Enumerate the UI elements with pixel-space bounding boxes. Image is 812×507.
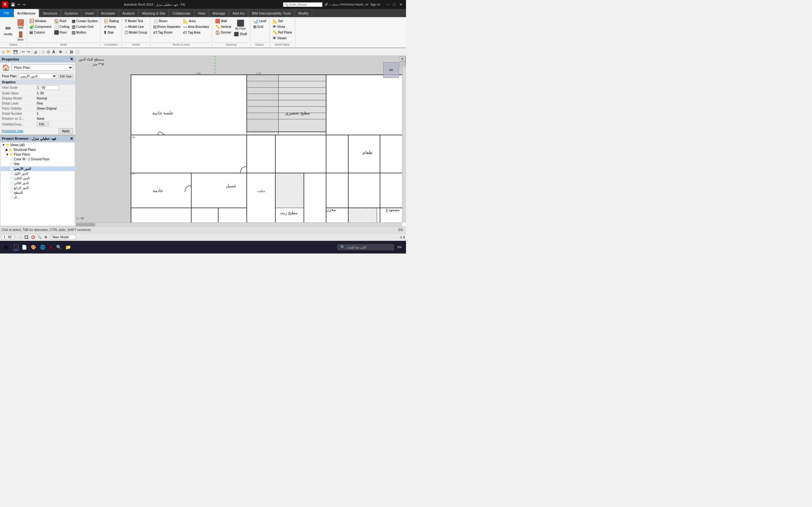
stair-button[interactable]: ⬆Stair [102,30,120,35]
maximize-viewport-btn[interactable]: □ [400,62,405,67]
search-box-area[interactable]: 🔍 [283,2,322,7]
apply-btn[interactable]: Apply [58,128,73,134]
level-button[interactable]: 📊Level [252,18,267,24]
search-input[interactable] [289,3,321,6]
maximize-btn[interactable]: □ [391,2,397,7]
view-btn-1[interactable]: ⬜ [17,235,22,239]
project-browser-close[interactable]: ✕ [70,136,73,141]
tab-systems[interactable]: Systems [61,9,81,17]
graphics-section-header[interactable]: Graphics [0,80,75,84]
tb-view-controls[interactable]: ⬜ [74,49,81,55]
floor-plan-selector[interactable]: الدور الأرضي [18,73,57,79]
tab-annotate[interactable]: Annotate [98,9,119,17]
tab-manage[interactable]: Manage [209,9,229,17]
room-button[interactable]: ⬜Room [152,18,182,24]
properties-close[interactable]: ✕ [70,57,73,61]
taskbar-chrome[interactable]: 🔍 [55,244,63,250]
column-button[interactable]: 🏛Column [28,30,52,35]
tab-addins[interactable]: Add-Ins [229,9,248,17]
tb-measure[interactable]: ◌ [41,49,46,55]
taskbar-revit[interactable]: R [13,244,19,250]
nav-cube[interactable]: 2D [383,62,399,78]
tb-circle[interactable]: ◎ [46,49,51,55]
tree-item-colorfill[interactable]: 📄Color fill - 1 Ground Floor [1,157,74,162]
tree-item-floor4[interactable]: 📄الدور الرابع [1,185,74,190]
vertical-button[interactable]: 📏Vertical [214,24,232,30]
model-text-button[interactable]: TModel Text [124,18,148,24]
quickaccess-toolbar[interactable]: 💾 ↩ ↪ [10,2,26,7]
room-separator-button[interactable]: ⊟Room Separator [152,24,182,30]
tb-open[interactable]: 📂 [6,49,12,55]
tab-analyze[interactable]: Analyze [119,9,138,17]
model-selector[interactable]: Main Model [51,235,76,239]
view-btn-4[interactable]: 🔍 [37,235,43,239]
area-boundary-button[interactable]: —Area Boundary [182,24,210,30]
tb-text[interactable]: A [51,49,56,55]
tab-insert[interactable]: Insert [82,9,97,17]
ref-plane-button[interactable]: 📏Ref Plane [271,30,293,35]
edit-type-btn[interactable]: Edit Type [58,74,73,78]
window-button[interactable]: 🪟Window [28,18,52,24]
viewport-controls[interactable]: ✕ □ [400,56,405,67]
grid-button[interactable]: ⊞Grid [252,24,267,30]
mullion-button[interactable]: ▨Mullion [71,30,99,35]
sign-in-btn[interactable]: Sign In [370,3,380,6]
tb-print[interactable]: 🖨 [33,49,38,55]
taskbar-browser[interactable]: 🌐 [39,244,47,250]
tab-collaborate[interactable]: Collaborate [169,9,194,17]
minimize-btn[interactable]: ─ [385,2,391,7]
tag-area-button[interactable]: 🏷Tag Area [182,30,210,35]
tree-item-roof[interactable]: 📄السطح [1,190,74,195]
tree-item-structural[interactable]: ▶📁Structural Plans [1,147,74,152]
visibility-edit-btn[interactable]: Edit... [37,122,49,126]
view-btn-2[interactable]: 🔲 [23,235,29,239]
taskbar-paint[interactable]: 🎨 [30,244,38,250]
close-viewport-btn[interactable]: ✕ [400,56,405,61]
curtain-grid-button[interactable]: ▥Curtain Grid [71,24,99,30]
close-btn[interactable]: ✕ [397,2,404,7]
scale-display[interactable]: 1 : 50 [1,235,14,239]
tb-grid[interactable]: ⊞ [58,49,63,55]
tag-room-button[interactable]: 🏷Tag Room [152,30,182,35]
by-face-button[interactable]: ⬛ By Face [233,18,248,31]
tb-redo[interactable]: ↪ [26,49,31,55]
view-scale-input[interactable] [37,85,59,90]
set-button[interactable]: 📐Set [271,18,293,24]
tree-item-floor2[interactable]: 📄الدور الثاني [1,181,74,185]
tree-item-other[interactable]: 📄الـ... [1,195,74,200]
taskbar-search[interactable]: 🔍 اكتب هنا للبحث [337,244,394,250]
tab-architecture[interactable]: Architecture [14,9,39,17]
tree-item-floor3[interactable]: 📄الدور الثالث [1,176,74,181]
redo-btn[interactable]: ↪ [22,2,26,7]
view-btn-3[interactable]: ⭕ [30,235,36,239]
start-btn[interactable]: ⊞ [3,244,9,251]
roof-button[interactable]: 🏠Roof [53,18,70,24]
model-group-button[interactable]: ⬡Model Group [124,30,148,35]
ramp-button[interactable]: ↗Ramp [102,24,120,30]
undo-btn[interactable]: ↩ [17,2,21,7]
shaft-button[interactable]: ⬛Shaft [233,32,248,37]
ceiling-button[interactable]: ⬜Ceiling [53,24,70,30]
tb-new[interactable]: □ [1,49,5,55]
save-btn[interactable]: 💾 [10,2,16,7]
show-button[interactable]: 👁Show [271,24,293,30]
wall-button[interactable]: 🧱 Wall [16,18,26,30]
tree-item-floor-plans[interactable]: ▼📁Floor Plans [1,152,74,157]
tab-modify[interactable]: Modify [295,9,312,17]
opening-wall-button[interactable]: 🧱Wall [214,18,232,24]
tab-view[interactable]: View [194,9,209,17]
warning-icon[interactable]: ⚠ [400,235,403,239]
railing-button[interactable]: 🪜Railing [102,18,120,24]
area-button[interactable]: 📐Area [182,18,210,24]
tab-file[interactable]: File [0,9,13,17]
type-selector[interactable]: Floor Plan [12,64,73,71]
view-btn-5[interactable]: ⚙ [44,235,48,239]
tab-bim[interactable]: BIM Interoperability Tools [248,9,294,17]
tree-item-site[interactable]: 📄Site [1,162,74,166]
tab-massing[interactable]: Massing & Site [139,9,169,17]
model-line-button[interactable]: ─Model Line [124,24,148,30]
properties-help-link[interactable]: Properties help [2,129,23,133]
tb-rectangle[interactable]: ▤ [69,49,74,55]
tb-arrow[interactable]: → [63,49,68,55]
viewport-scrollbar-h[interactable] [75,222,402,226]
